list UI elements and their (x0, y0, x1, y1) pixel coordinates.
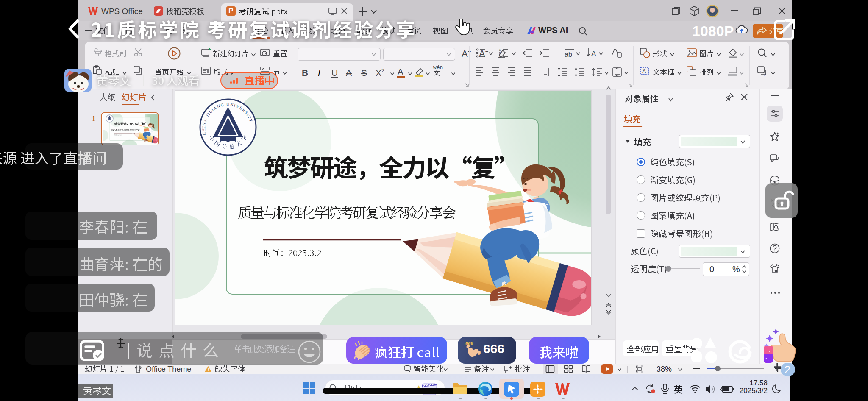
svg-text:3: 3 (499, 55, 501, 58)
svg-text:A: A (642, 68, 646, 75)
svg-text:ab: ab (565, 51, 572, 58)
svg-text:A: A (591, 50, 596, 58)
